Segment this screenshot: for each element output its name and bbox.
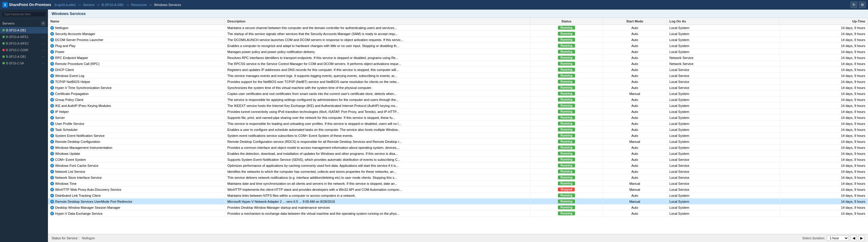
service-icon	[50, 176, 54, 179]
service-logon-cell: Local Service	[667, 67, 780, 73]
sidebar-item-b-sp10-a-wfe1[interactable]: B-SP10-A-WFE1 ···	[0, 34, 48, 40]
service-status-cell: Running	[530, 211, 602, 216]
breadcrumb-servers[interactable]: Servers	[83, 3, 94, 7]
status-badge: Running	[558, 50, 575, 54]
server-more-btn[interactable]: ···	[41, 28, 45, 33]
service-logon-cell: Local System	[667, 103, 780, 109]
service-logon-cell: Local System	[667, 133, 780, 139]
col-status[interactable]: Status	[530, 18, 602, 25]
content-area: Windows Services Name Description Status…	[48, 9, 868, 242]
settings-button[interactable]: ⚙	[859, 1, 866, 8]
sidebar-item-b-sp13-a-db1[interactable]: B-SP13-A-DB1 ···	[0, 53, 48, 60]
col-desc[interactable]: Description	[225, 18, 530, 25]
col-name[interactable]: Name	[48, 18, 225, 25]
server-more-btn[interactable]: ···	[41, 54, 45, 59]
service-desc-cell: The service is responsible for applying …	[225, 97, 530, 103]
service-uptime-cell: 14 days, 9 hours	[779, 145, 868, 151]
table-row[interactable]: DHCP Client Registers and updates IP add…	[48, 67, 868, 73]
table-row[interactable]: Power Manages power policy and power pol…	[48, 49, 868, 55]
table-row[interactable]: Desktop Window Manager Session Manager P…	[48, 205, 868, 211]
status-badge: Running	[558, 92, 575, 95]
service-icon	[50, 86, 54, 90]
table-row[interactable]: Windows Font Cache Service Optimizes per…	[48, 163, 868, 169]
service-desc-cell: WinHTTP implements the client HTTP stack…	[225, 187, 530, 192]
breadcrumb-db1[interactable]: B-SP10-A-DB1	[101, 3, 124, 7]
service-name-cell: IKE and AuthIP IPsec Keying Modules	[48, 103, 225, 109]
table-row[interactable]: IP Helper Provides tunnel connectivity u…	[48, 109, 868, 115]
table-row[interactable]: Plug and Play Enables a computer to reco…	[48, 43, 868, 49]
nav-next-button[interactable]: ▶	[859, 235, 864, 241]
service-status-cell: Running	[530, 115, 602, 121]
service-name-cell: IP Helper	[48, 109, 225, 115]
table-row[interactable]: Security Accounts Manager The startup of…	[48, 31, 868, 37]
status-badge: Stopped	[558, 187, 575, 191]
search-input[interactable]	[2, 11, 46, 17]
breadcrumb-wfe1[interactable]: b-sp10-a-wfe1	[55, 3, 76, 7]
table-row[interactable]: Task Scheduler Enables a user to configu…	[48, 127, 868, 133]
status-badge: Running	[558, 206, 575, 209]
service-uptime-cell: 14 days, 9 hours	[779, 187, 868, 192]
services-table-container[interactable]: Name Description Status Start Mode Log O…	[48, 18, 868, 234]
service-status-cell: Running	[530, 151, 602, 157]
service-name-cell: WinHTTP Web Proxy Auto-Discovery Service	[48, 187, 225, 192]
table-row[interactable]: DCOM Server Process Launcher The DCOM/LA…	[48, 37, 868, 43]
col-startmode[interactable]: Start Mode	[602, 18, 667, 25]
sidebar-item-b-sf16-c-5a[interactable]: B-SF16-C-5A ···	[0, 60, 48, 66]
sidebar-item-b-sp10-a-wfe2[interactable]: B-SP10-A-WFE2 ···	[0, 40, 48, 47]
table-row[interactable]: Remote Desktop Services UserMode Port Re…	[48, 199, 868, 205]
service-icon	[50, 158, 54, 161]
server-more-btn[interactable]: ···	[41, 48, 45, 53]
server-status-dot	[2, 62, 5, 64]
server-name: B-SP10-A-WFE1	[6, 35, 39, 39]
table-row[interactable]: Windows Update Enables the detection, do…	[48, 151, 868, 157]
table-row[interactable]: Windows Event Log This service manages e…	[48, 73, 868, 79]
duration-select[interactable]: 1 hour2 hours4 hours8 hours24 hours	[827, 235, 849, 241]
service-name-cell: Netlogon	[48, 25, 225, 31]
table-row[interactable]: Windows Time Maintains date and time syn…	[48, 181, 868, 187]
service-name-cell: Remote Procedure Call (RPC)	[48, 61, 225, 67]
service-desc-cell: This service delivers network notificati…	[225, 175, 530, 181]
table-row[interactable]: Server Supports file, print, and named-p…	[48, 115, 868, 121]
table-row[interactable]: Group Policy Client The service is respo…	[48, 97, 868, 103]
table-row[interactable]: Windows Management Instrumentation Provi…	[48, 145, 868, 151]
table-row[interactable]: TCP/IP NetBIOS Helper Provides support f…	[48, 79, 868, 85]
col-logon[interactable]: Log On As	[667, 18, 780, 25]
table-row[interactable]: Hyper-V Data Exchange Service Provides a…	[48, 211, 868, 216]
service-name-cell: Remote Desktop Services UserMode Port Re…	[48, 199, 225, 205]
col-uptime[interactable]: Up-Time	[779, 18, 868, 25]
table-row[interactable]: Netlogon Maintains a secure channel betw…	[48, 25, 868, 31]
status-badge: Running	[558, 170, 575, 174]
service-startmode-cell: Auto	[602, 127, 667, 133]
server-more-btn[interactable]: ···	[41, 34, 45, 39]
table-row[interactable]: WinHTTP Web Proxy Auto-Discovery Service…	[48, 187, 868, 192]
refresh-button[interactable]: ↻	[850, 1, 857, 8]
server-more-btn[interactable]: ···	[41, 41, 45, 46]
breadcrumb-resources[interactable]: Resources	[131, 3, 147, 7]
service-icon	[50, 128, 54, 131]
service-icon	[50, 68, 54, 71]
status-badge: Running	[558, 38, 575, 42]
table-row[interactable]: COM+ Event System Supports System Event …	[48, 157, 868, 163]
table-row[interactable]: Distributed Link Tracking Client Maintai…	[48, 192, 868, 199]
service-uptime-cell: 14 days, 9 hours	[779, 79, 868, 85]
table-row[interactable]: Network List Service Identifies the netw…	[48, 169, 868, 175]
service-icon	[50, 146, 54, 149]
table-row[interactable]: Hyper-V Time Synchronization Service Syn…	[48, 85, 868, 91]
nav-prev-button[interactable]: ◀	[850, 235, 857, 241]
table-row[interactable]: Network Store Interface Service This ser…	[48, 175, 868, 181]
table-row[interactable]: Certificate Propagation Copies user cert…	[48, 91, 868, 97]
service-icon	[50, 104, 54, 108]
server-more-btn[interactable]: ···	[41, 61, 45, 66]
sidebar-item-b-sp10-c-g08r[interactable]: B-SP10-C-G08R ···	[0, 47, 48, 53]
table-row[interactable]: RPC Endpoint Mapper Resolves RPC interfa…	[48, 55, 868, 61]
service-icon	[50, 56, 54, 60]
table-row[interactable]: Remote Desktop Configuration Remote Desk…	[48, 139, 868, 145]
table-row[interactable]: User Profile Service This service is res…	[48, 121, 868, 127]
add-server-button[interactable]: +	[41, 21, 45, 26]
service-name: DCOM Server Process Launcher	[55, 38, 103, 42]
table-row[interactable]: System Event Notification Service System…	[48, 133, 868, 139]
table-row[interactable]: IKE and AuthIP IPsec Keying Modules The …	[48, 103, 868, 109]
sidebar-item-b-sp10-a-db1[interactable]: B-SP10-A-DB1 ···	[0, 27, 48, 34]
service-startmode-cell: Auto	[602, 73, 667, 79]
table-row[interactable]: Remote Procedure Call (RPC) The RPCSS se…	[48, 61, 868, 67]
